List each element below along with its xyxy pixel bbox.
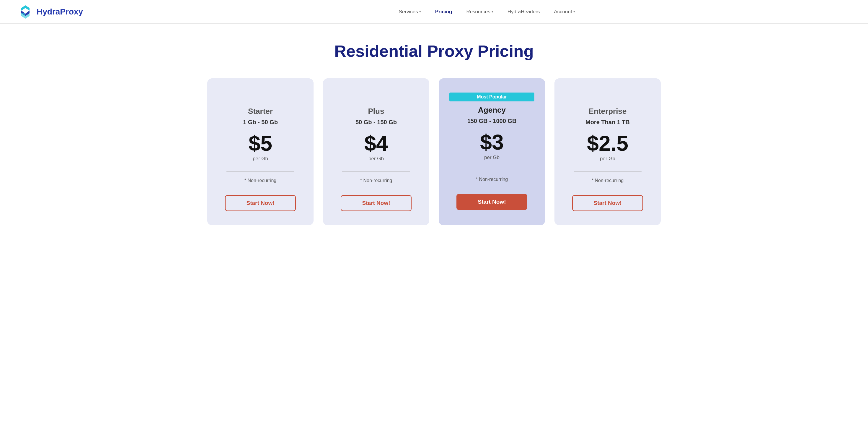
start-now-button[interactable]: Start Now!: [572, 195, 643, 211]
pricing-card-agency: Most PopularAgency150 GB - 1000 GB$3per …: [439, 78, 545, 225]
chevron-down-icon: ▾: [419, 10, 421, 13]
logo-link[interactable]: HydraProxy: [18, 4, 83, 20]
svg-point-0: [24, 10, 27, 13]
nav-link-account[interactable]: Account▾: [554, 9, 575, 15]
data-range: 1 Gb - 50 Gb: [243, 119, 278, 125]
plan-price: $5: [249, 133, 272, 154]
chevron-down-icon: ▾: [492, 10, 493, 13]
per-gb-label: per Gb: [253, 156, 268, 162]
brand-name: HydraProxy: [37, 7, 83, 17]
non-recurring-label: * Non-recurring: [592, 178, 624, 183]
main-content: Residential Proxy Pricing Starter1 Gb - …: [0, 24, 868, 249]
non-recurring-label: * Non-recurring: [476, 177, 508, 182]
plan-price: $4: [364, 133, 388, 154]
pricing-card-starter: Starter1 Gb - 50 Gb$5per Gb* Non-recurri…: [207, 78, 314, 225]
pricing-card-plus: Plus50 Gb - 150 Gb$4per Gb* Non-recurrin…: [323, 78, 429, 225]
chevron-down-icon: ▾: [574, 10, 575, 13]
logo-icon: [18, 4, 33, 20]
nav-links: Services▾PricingResources▾HydraHeadersAc…: [399, 9, 575, 15]
divider: [574, 171, 642, 171]
plan-price: $3: [480, 132, 504, 153]
divider: [458, 170, 526, 170]
start-now-button[interactable]: Start Now!: [341, 195, 411, 211]
per-gb-label: per Gb: [368, 156, 384, 162]
data-range: More Than 1 TB: [585, 119, 630, 125]
divider: [226, 171, 294, 171]
plan-price: $2.5: [587, 133, 628, 154]
nav-link-hydraheaders[interactable]: HydraHeaders: [507, 9, 540, 15]
per-gb-label: per Gb: [600, 156, 615, 162]
pricing-card-enterprise: EnterpriseMore Than 1 TB$2.5per Gb* Non-…: [554, 78, 661, 225]
nav-link-services[interactable]: Services▾: [399, 9, 421, 15]
non-recurring-label: * Non-recurring: [360, 178, 392, 183]
navbar: HydraProxy Services▾PricingResources▾Hyd…: [0, 0, 868, 24]
nav-link-pricing[interactable]: Pricing: [435, 9, 452, 15]
data-range: 150 GB - 1000 GB: [467, 118, 517, 124]
data-range: 50 Gb - 150 Gb: [355, 119, 397, 125]
nav-link-resources[interactable]: Resources▾: [466, 9, 493, 15]
plan-name: Plus: [368, 107, 384, 116]
pricing-cards: Starter1 Gb - 50 Gb$5per Gb* Non-recurri…: [24, 78, 844, 225]
start-now-button[interactable]: Start Now!: [457, 194, 527, 210]
per-gb-label: per Gb: [484, 155, 500, 161]
page-title: Residential Proxy Pricing: [24, 41, 844, 61]
plan-name: Starter: [248, 107, 273, 116]
non-recurring-label: * Non-recurring: [244, 178, 276, 183]
plan-name: Agency: [478, 106, 506, 115]
divider: [342, 171, 410, 171]
plan-name: Enterprise: [589, 107, 627, 116]
start-now-button[interactable]: Start Now!: [225, 195, 296, 211]
most-popular-badge: Most Popular: [450, 92, 534, 102]
